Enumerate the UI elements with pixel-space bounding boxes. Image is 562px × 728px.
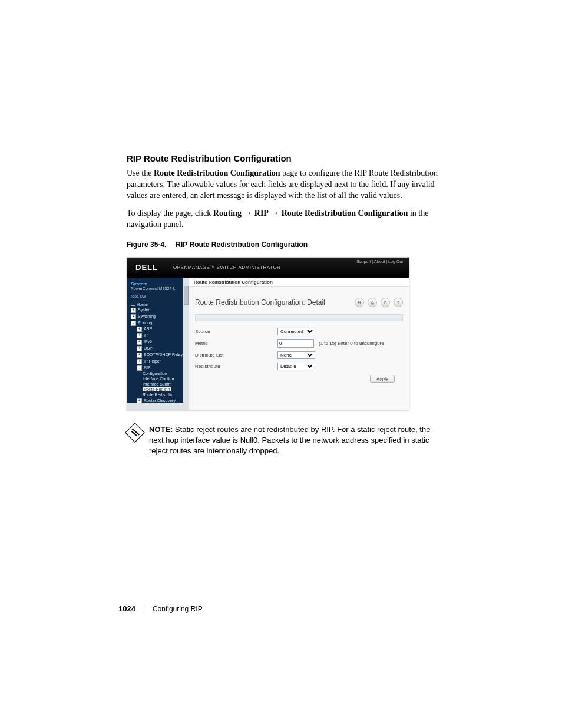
figure-number: Figure 35-4. xyxy=(127,241,166,249)
tree-label-selected: Route Redistri xyxy=(143,387,171,391)
paragraph-2: To display the page, click Routing → RIP… xyxy=(127,207,438,230)
tree-arp[interactable]: +ARP xyxy=(137,326,187,332)
metric-label: Metric xyxy=(195,341,277,346)
metric-hint: (1 to 15) Enter 0 to unconfigure xyxy=(319,341,384,346)
p2-b1: Routing xyxy=(213,209,242,218)
row-metric: Metric (1 to 15) Enter 0 to unconfigure xyxy=(195,337,403,350)
metric-input[interactable] xyxy=(277,339,314,348)
refresh-icon[interactable]: C xyxy=(381,298,390,307)
paragraph-1: Use the Route Redistribution Configurati… xyxy=(127,168,438,202)
help-icon[interactable]: ? xyxy=(394,298,403,307)
tree-label: ARP xyxy=(144,327,152,331)
tree-rip-rredis2[interactable]: Route Redistribu xyxy=(143,392,187,397)
breadcrumb: Route Redistribution Configuration xyxy=(189,278,409,287)
tree-label: OSPF xyxy=(144,347,155,351)
sidebar-system-label: System xyxy=(131,281,187,286)
tree-rip-conf[interactable]: Configuration xyxy=(143,371,187,376)
tree-label: IP Helper xyxy=(144,360,161,364)
app-header: Support | About | Log Out DELL OPENMANAG… xyxy=(127,258,409,278)
apply-button[interactable]: Apply xyxy=(370,375,395,383)
sidebar-user: root, r/w xyxy=(131,294,187,298)
nav-tree: Home +System +Switching -Routing +ARP +I… xyxy=(131,302,187,410)
dist-label: Distribute List xyxy=(195,353,277,358)
tree-label: IP xyxy=(144,334,148,338)
footer-section: Configuring RIP xyxy=(153,605,203,613)
page-number: 1024 xyxy=(118,604,135,613)
tree-label: Interface Configu xyxy=(143,377,174,381)
redis-select[interactable]: Disable xyxy=(277,363,315,370)
tree-ospf[interactable]: +OSPF xyxy=(137,345,187,352)
nav-sidebar: System PowerConnect M8024-k root, r/w Ho… xyxy=(127,278,189,410)
product-name: OPENMANAGE™ SWITCH ADMINISTRATOR xyxy=(173,265,280,270)
panel-title: Route Redistribution Configuration: Deta… xyxy=(195,298,325,307)
brand-logo: DELL xyxy=(135,263,158,272)
tree-rip-rredis[interactable]: Route Redistri xyxy=(143,387,187,392)
p2-b2: RIP xyxy=(254,209,269,218)
tree-label: Interface Summ xyxy=(143,382,171,386)
source-select[interactable]: Connected xyxy=(277,328,315,335)
note-label: NOTE: xyxy=(149,425,173,434)
tree-label: System xyxy=(138,308,151,312)
tree-switching[interactable]: +Switching xyxy=(131,314,187,320)
row-redistribute: Redistribute Disable xyxy=(195,361,403,372)
tree-label: Route Redistribu xyxy=(143,393,173,397)
config-form: Source Connected Metric (1 to 15) Enter … xyxy=(189,326,409,372)
tree-system[interactable]: +System xyxy=(131,307,187,314)
print-icon[interactable]: ⎙ xyxy=(368,298,377,307)
save-icon[interactable]: H xyxy=(355,298,364,307)
header-links[interactable]: Support | About | Log Out xyxy=(356,259,403,263)
tree-label: RIP xyxy=(144,366,151,370)
section-bar xyxy=(195,314,403,321)
note-block: NOTE: Static reject routes are not redis… xyxy=(127,424,438,456)
note-text: Static reject routes are not redistribut… xyxy=(149,425,430,454)
row-distlist: Distribute List None xyxy=(195,350,403,361)
figure-caption: Figure 35-4.RIP Route Redistribution Con… xyxy=(127,241,438,249)
tree-bootp[interactable]: +BOOTP/DHCP Relay xyxy=(137,352,187,358)
tree-ipv6[interactable]: +IPv6 xyxy=(137,339,187,345)
tree-ip[interactable]: +IP xyxy=(137,332,187,339)
sidebar-scrollbar-v[interactable] xyxy=(183,278,189,403)
footer-separator xyxy=(144,605,144,612)
p2-lead: To display the page, click xyxy=(127,209,213,218)
redis-label: Redistribute xyxy=(195,364,277,369)
sidebar-scrollbar-h[interactable] xyxy=(127,403,189,410)
arrow-icon: → xyxy=(269,208,282,218)
page-footer: 1024 Configuring RIP xyxy=(118,604,203,613)
figure-title: RIP Route Redistribution Configuration xyxy=(176,241,308,249)
tree-label: Home xyxy=(137,302,148,307)
tree-label: BOOTP/DHCP Relay xyxy=(144,353,183,357)
tree-label: Switching xyxy=(138,315,156,319)
dist-select[interactable]: None xyxy=(277,351,315,359)
p1-bold: Route Redistribution Configuration xyxy=(154,169,280,177)
arrow-icon: → xyxy=(242,208,254,218)
row-source: Source Connected xyxy=(195,326,403,337)
screenshot-frame: Support | About | Log Out DELL OPENMANAG… xyxy=(127,257,409,410)
sidebar-device-name: PowerConnect M8024-k xyxy=(131,286,187,291)
tree-label: IPv6 xyxy=(144,340,152,344)
tree-rip-ifsum[interactable]: Interface Summ xyxy=(143,381,187,387)
tree-label: Routing xyxy=(138,321,152,325)
source-label: Source xyxy=(195,329,277,334)
section-heading: RIP Route Redistribution Configuration xyxy=(127,153,438,163)
tree-routing[interactable]: -Routing +ARP +IP +IPv6 +OSPF +BOOTP/DHC… xyxy=(131,320,187,410)
p2-b3: Route Redistribution Configuration xyxy=(282,209,408,218)
tree-iphelper[interactable]: +IP Helper xyxy=(137,358,187,365)
tree-label: Configuration xyxy=(143,371,167,375)
tree-rip[interactable]: -RIP Configuration Interface Configu Int… xyxy=(137,365,187,398)
main-panel: Route Redistribution Configuration Route… xyxy=(189,278,409,410)
p1-lead: Use the xyxy=(127,169,154,177)
tree-home[interactable]: Home xyxy=(131,302,187,307)
tree-rip-ifconf[interactable]: Interface Configu xyxy=(143,376,187,381)
note-icon xyxy=(125,423,145,443)
